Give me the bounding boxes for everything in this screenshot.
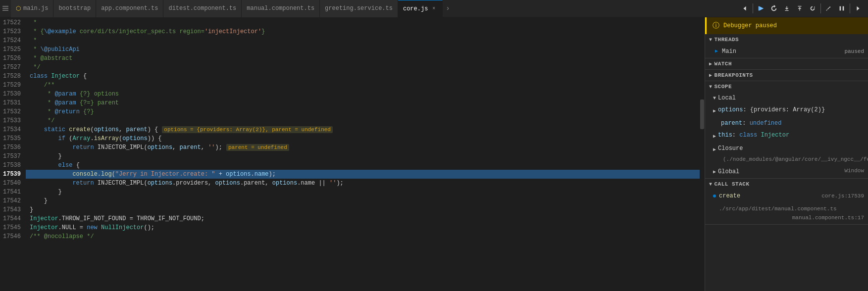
tab-overflow-button[interactable]: › [443, 4, 453, 12]
code-line-17543: } [26, 205, 700, 214]
close-tab-button[interactable]: × [430, 5, 437, 12]
closure-path: (./node_modules/@angular/core/__ivy_ngcc… [713, 155, 864, 164]
step-out-button[interactable] [794, 2, 806, 14]
call-stack-file2-path: ./src/app/ditest/manual.component.ts [713, 204, 837, 213]
code-line-17526: * @abstract [26, 54, 700, 63]
warning-icon: ⓘ [713, 21, 719, 30]
debug-value-17534: options = {providers: Array(2)}, parent … [162, 126, 333, 133]
svg-rect-1 [2, 8, 8, 9]
code-line-17525: * \@publicApi [26, 45, 700, 54]
step-into-button[interactable] [781, 2, 793, 14]
tab-core-js[interactable]: core.js × [398, 0, 443, 17]
code-line-17529: /** [26, 81, 700, 90]
code-line-17523: * {\@example core/di/ts/injector_spec.ts… [26, 27, 700, 36]
call-stack-fn-name: create [719, 192, 740, 200]
local-header[interactable]: ▼ Local [705, 92, 868, 104]
restart-button[interactable] [807, 2, 818, 14]
thread-name: Main [722, 47, 842, 56]
tab-text: manual.component.ts [247, 5, 314, 12]
code-line-17534: static create(options, parent) {options … [26, 125, 700, 134]
tab-text: greeting.service.ts [325, 5, 393, 12]
scope-closure[interactable]: ▶ Closure (./node_modules/@angular/core/… [705, 143, 868, 165]
chevron-right-icon: ▶ [709, 61, 713, 67]
code-line-17546: /** @nocollapse */ [26, 232, 700, 241]
global-label: Global [718, 167, 739, 177]
svg-rect-5 [843, 6, 844, 11]
svg-rect-3 [759, 6, 760, 11]
tab-text: app.component.ts [101, 5, 158, 12]
sidebar-toggle[interactable] [0, 0, 11, 17]
editor-scrollbar[interactable] [700, 17, 705, 291]
toolbar-separator-2 [820, 3, 821, 13]
threads-header[interactable]: ▼ Threads [705, 34, 868, 45]
code-line-17541: } [26, 188, 700, 196]
thread-arrow-icon: ▶ [715, 47, 718, 56]
tab-text: core.js [403, 5, 428, 12]
call-stack-section: ▼ Call Stack create core.js:17539 ./src/… [705, 179, 868, 225]
scope-options[interactable]: ▶ options: {providers: Array(2)} [705, 104, 868, 117]
breakpoints-label: Breakpoints [715, 72, 753, 78]
continue-button[interactable] [755, 2, 767, 14]
code-line-17530: * @param {?} options [26, 90, 700, 98]
expand-icon-closure[interactable]: ▶ [713, 145, 716, 155]
expand-icon[interactable]: ▶ [713, 106, 716, 116]
call-stack-label: Call Stack [715, 181, 750, 187]
call-stack-item-manual[interactable]: ./src/app/ditest/manual.component.ts man… [705, 202, 868, 224]
step-over-button[interactable] [768, 2, 780, 14]
scope-global[interactable]: ▶ Global Window [705, 165, 868, 178]
tab-label: ⬡ [16, 5, 21, 12]
code-line-17532: * @return {?} [26, 107, 700, 116]
toolbar-separator-3 [850, 3, 850, 13]
tab-bar: ⬡ main.js bootstrap app.component.ts dit… [0, 0, 868, 17]
chevron-down-icon-scope: ▼ [709, 84, 713, 90]
breakpoints-header[interactable]: ▶ Breakpoints [705, 70, 868, 81]
scope-this[interactable]: ▶ this: class Injector [705, 129, 868, 143]
tab-manual-component[interactable]: manual.component.ts [242, 0, 320, 17]
global-value: Window [844, 166, 864, 176]
editor-area: 17522 17523 17524 17525 17526 17527 1752… [0, 17, 705, 291]
right-panel: ⓘ Debugger paused ▼ Threads ▶ Main pause… [705, 17, 868, 291]
tab-bootstrap[interactable]: bootstrap [53, 0, 96, 17]
code-line-17527: */ [26, 63, 700, 72]
nav-back-button[interactable] [739, 2, 751, 14]
debugger-banner: ⓘ Debugger paused [705, 17, 868, 34]
expand-icon-this[interactable]: ▶ [713, 132, 716, 142]
call-stack-file: core.js:17539 [821, 192, 864, 200]
code-line-17533: */ [26, 116, 700, 125]
pause-button[interactable] [836, 2, 848, 14]
code-line-17544: Injector.THROW_IF_NOT_FOUND = THROW_IF_N… [26, 214, 700, 223]
thread-status: paused [844, 47, 864, 56]
code-line-17522: * [26, 18, 700, 27]
scope-parent: parent: undefined [705, 117, 868, 129]
call-stack-header[interactable]: ▼ Call Stack [705, 179, 868, 190]
code-line-17537: } [26, 152, 700, 161]
call-stack-item-create[interactable]: create core.js:17539 [705, 190, 868, 202]
code-line-17538: else { [26, 161, 700, 170]
main-thread-item[interactable]: ▶ Main paused [705, 45, 868, 58]
main-content: 17522 17523 17524 17525 17526 17527 1752… [0, 17, 868, 291]
watch-label: Watch [715, 61, 732, 67]
toolbar-separator-1 [753, 3, 753, 13]
code-content[interactable]: * * {\@example core/di/ts/injector_spec.… [26, 17, 700, 291]
tab-text: main.js [23, 5, 48, 12]
tab-main-js[interactable]: ⬡ main.js [11, 0, 53, 17]
threads-section: ▼ Threads ▶ Main paused [705, 34, 868, 58]
svg-rect-2 [2, 10, 8, 11]
code-line-17528: class Injector { [26, 72, 700, 81]
tab-ditest-component[interactable]: ditest.component.ts [163, 0, 242, 17]
chevron-down-icon-cs: ▼ [709, 182, 713, 187]
active-indicator-icon [713, 194, 716, 197]
code-line-17531: * @param {?=} parent [26, 98, 700, 107]
tab-text: ditest.component.ts [168, 5, 236, 12]
expand-icon-global[interactable]: ▶ [713, 167, 716, 177]
line-numbers: 17522 17523 17524 17525 17526 17527 1752… [0, 17, 26, 291]
tab-greeting-service[interactable]: greeting.service.ts [320, 0, 398, 17]
nav-forward-button[interactable] [852, 2, 864, 14]
right-panel-scrollable[interactable]: ▼ Threads ▶ Main paused ▶ Watch [705, 34, 868, 291]
scope-header[interactable]: ▼ Scope [705, 81, 868, 92]
scope-label: Scope [715, 84, 732, 90]
tab-app-component[interactable]: app.component.ts [96, 0, 163, 17]
watch-header[interactable]: ▶ Watch [705, 58, 868, 69]
breakpoints-section: ▶ Breakpoints [705, 70, 868, 81]
edit-breakpoints-button[interactable] [823, 2, 835, 14]
